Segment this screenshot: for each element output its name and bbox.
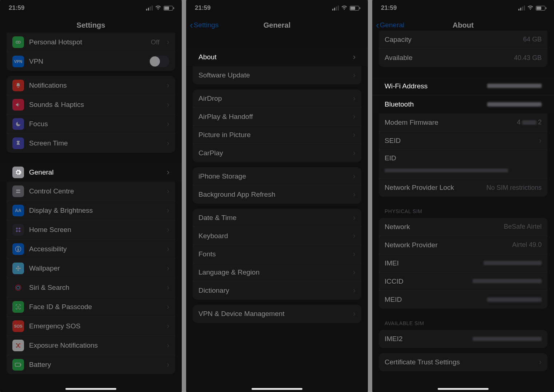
- row-software-update[interactable]: Software Update ›: [193, 66, 361, 84]
- svg-point-1: [18, 41, 20, 43]
- provider-value: Airtel 49.0: [512, 241, 542, 249]
- row-pip[interactable]: Picture in Picture›: [193, 126, 361, 144]
- home-screen-label: Home Screen: [29, 226, 160, 234]
- svg-point-14: [19, 268, 21, 269]
- fonts-label: Fonts: [198, 250, 346, 258]
- iccid-label: ICCID: [385, 277, 467, 285]
- chevron-icon: ›: [353, 52, 356, 62]
- capacity-label: Capacity: [385, 36, 518, 44]
- wifi-addr-label: Wi-Fi Address: [385, 82, 482, 90]
- speaker-icon: [12, 99, 24, 111]
- screen-general: 21:59 ‹ Settings General About › Softwar…: [186, 0, 368, 392]
- meid-label: MEID: [385, 296, 482, 304]
- row-faceid[interactable]: Face ID & Passcode ›: [7, 297, 175, 317]
- svg-point-10: [17, 268, 19, 269]
- exposure-icon: [12, 340, 24, 351]
- home-indicator[interactable]: [252, 388, 302, 390]
- cellular-icon: [146, 5, 153, 11]
- group-cert: Certificate Trust Settings ›: [379, 353, 547, 371]
- chevron-icon: ›: [167, 187, 169, 196]
- row-focus[interactable]: Focus ›: [7, 115, 175, 134]
- row-fonts[interactable]: Fonts›: [193, 245, 361, 263]
- svg-point-0: [16, 41, 18, 43]
- chevron-icon: ›: [167, 139, 169, 148]
- status-time: 21:59: [381, 4, 397, 12]
- row-imei: IMEI: [379, 254, 547, 272]
- chevron-icon: ›: [167, 225, 169, 235]
- status-bar: 21:59: [186, 0, 368, 16]
- cert-label: Certificate Trust Settings: [385, 358, 532, 366]
- row-general[interactable]: General ›: [0, 163, 182, 182]
- row-notifications[interactable]: Notifications ›: [7, 76, 175, 95]
- text-size-icon: AA: [12, 205, 24, 216]
- moon-icon: [12, 118, 24, 130]
- chevron-icon: ›: [167, 100, 169, 109]
- flower-icon: [12, 263, 24, 274]
- carplay-label: CarPlay: [198, 149, 346, 157]
- chevron-icon: ›: [539, 136, 542, 145]
- software-label: Software Update: [198, 71, 346, 79]
- row-bg-refresh[interactable]: Background App Refresh›: [193, 185, 361, 204]
- chevron-icon: ›: [353, 231, 356, 241]
- bell-icon: [12, 80, 24, 91]
- group-storage-top: Capacity 64 GB Available 40.43 GB: [379, 31, 547, 67]
- chevron-icon: ›: [167, 244, 169, 254]
- chevron-icon: ›: [167, 302, 169, 312]
- vpn-toggle[interactable]: [149, 56, 169, 67]
- row-vpn[interactable]: VPN VPN: [7, 52, 175, 71]
- row-accessibility[interactable]: Accessibility ›: [7, 240, 175, 259]
- row-seid[interactable]: SEID ›: [379, 132, 547, 150]
- row-sos[interactable]: SOS Emergency SOS ›: [7, 317, 175, 336]
- row-home-screen[interactable]: Home Screen ›: [7, 220, 175, 240]
- row-capacity: Capacity 64 GB: [379, 31, 547, 49]
- exposure-label: Exposure Notifications: [29, 341, 160, 349]
- svg-rect-6: [16, 230, 18, 232]
- row-keyboard[interactable]: Keyboard›: [193, 227, 361, 245]
- row-modem: Modem Firmware 42: [379, 113, 547, 132]
- imei-value: [483, 259, 542, 267]
- row-network: Network BeSafe Airtel: [379, 218, 547, 236]
- row-personal-hotspot[interactable]: Personal Hotspot Off ›: [7, 33, 175, 52]
- row-sounds[interactable]: Sounds & Haptics ›: [7, 95, 175, 115]
- row-carplay[interactable]: CarPlay›: [193, 144, 361, 162]
- navbar: Settings: [0, 16, 182, 34]
- chevron-icon: ›: [167, 264, 169, 273]
- back-button[interactable]: ‹ General: [376, 20, 404, 30]
- row-siri[interactable]: Siri & Search ›: [7, 278, 175, 297]
- siri-icon: [12, 282, 24, 293]
- svg-point-13: [16, 268, 17, 269]
- row-imei2: IMEI2: [379, 330, 547, 348]
- group-datetime: Date & Time› Keyboard› Fonts› Language &…: [193, 209, 361, 300]
- group-available-sim: IMEI2: [379, 330, 547, 348]
- row-date-time[interactable]: Date & Time›: [193, 209, 361, 227]
- seid-label: SEID: [385, 137, 532, 145]
- highlight-addresses: Wi-Fi Address Bluetooth: [372, 77, 554, 113]
- svg-point-20: [16, 347, 17, 348]
- sounds-label: Sounds & Haptics: [29, 101, 160, 109]
- keyboard-label: Keyboard: [198, 232, 346, 240]
- row-battery[interactable]: Battery ›: [7, 355, 175, 374]
- row-wallpaper[interactable]: Wallpaper ›: [7, 259, 175, 278]
- npl-label: Network Provider Lock: [385, 184, 481, 192]
- row-cert[interactable]: Certificate Trust Settings ›: [379, 353, 547, 371]
- npl-value: No SIM restrictions: [486, 184, 542, 192]
- row-control-centre[interactable]: Control Centre ›: [7, 182, 175, 201]
- row-iphone-storage[interactable]: iPhone Storage›: [193, 167, 361, 185]
- row-language[interactable]: Language & Region›: [193, 263, 361, 281]
- row-screentime[interactable]: Screen Time ›: [7, 134, 175, 153]
- row-airplay[interactable]: AirPlay & Handoff›: [193, 108, 361, 126]
- row-display[interactable]: AA Display & Brightness ›: [7, 201, 175, 220]
- section-physical-sim: PHYSICAL SIM: [379, 202, 547, 216]
- row-exposure[interactable]: Exposure Notifications ›: [7, 336, 175, 355]
- back-button[interactable]: ‹ Settings: [190, 20, 218, 30]
- row-about[interactable]: About ›: [186, 48, 368, 66]
- row-airdrop[interactable]: AirDrop›: [193, 89, 361, 108]
- hotspot-value: Off: [151, 39, 160, 46]
- chevron-icon: ›: [353, 309, 356, 319]
- row-dictionary[interactable]: Dictionary›: [193, 281, 361, 300]
- svg-rect-2: [16, 189, 20, 191]
- home-indicator[interactable]: [65, 388, 116, 390]
- row-vpn-device[interactable]: VPN & Device Management›: [193, 305, 361, 323]
- home-indicator[interactable]: [438, 388, 489, 390]
- cellular-icon: [518, 5, 525, 11]
